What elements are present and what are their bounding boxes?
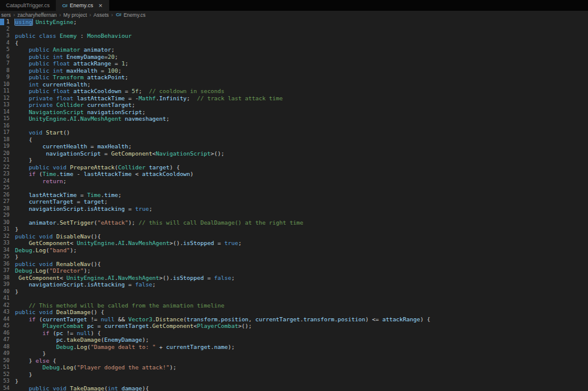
code-line[interactable]: 51 Debug.Log("Player dodged the attack!"…	[2, 364, 588, 371]
code-line[interactable]: 33 GetComponent< UnityEngine.AI.NavMeshA…	[2, 240, 588, 247]
line-number[interactable]: 39	[2, 281, 10, 288]
line-number[interactable]: 19	[2, 143, 10, 150]
line-number[interactable]: 11	[2, 88, 10, 95]
line-number[interactable]: 8	[2, 67, 10, 74]
code-line[interactable]: 44 if (currentTarget != null && Vector3.…	[2, 316, 588, 323]
line-number[interactable]: 18	[2, 136, 10, 144]
line-number[interactable]: 24	[2, 178, 10, 185]
line-number[interactable]: 23	[2, 171, 10, 178]
line-number[interactable]: 22	[2, 164, 10, 171]
line-number[interactable]: 30	[2, 219, 10, 226]
code-line[interactable]: 39 navigationScript.isAttacking = false;	[2, 281, 588, 288]
line-number[interactable]: 9	[2, 74, 10, 81]
code-line[interactable]: 1using UnityEngine;	[2, 19, 588, 26]
breadcrumb-item-assets[interactable]: Assets	[94, 12, 109, 18]
line-number[interactable]: 40	[2, 288, 10, 296]
line-number[interactable]: 27	[2, 198, 10, 205]
code-editor[interactable]: 1using UnityEngine;23public class Enemy …	[0, 19, 588, 391]
line-number[interactable]: 38	[2, 274, 10, 282]
line-number[interactable]: 46	[2, 330, 10, 337]
code-line[interactable]: 20 navigationScript = GetComponent<Navig…	[2, 150, 588, 157]
line-number[interactable]: 21	[2, 157, 10, 164]
line-number[interactable]: 52	[2, 371, 10, 378]
code-line[interactable]: 8 public int maxHealth = 100;	[2, 67, 588, 74]
line-number[interactable]: 17	[2, 129, 10, 136]
line-number[interactable]: 33	[2, 240, 10, 247]
code-line[interactable]: 34Debug.Log("band");	[2, 247, 588, 254]
line-number[interactable]: 44	[2, 316, 10, 323]
code-line[interactable]: 49 }	[2, 350, 588, 357]
code-line[interactable]: 24 return;	[2, 178, 588, 185]
code-line[interactable]: 16	[2, 123, 588, 130]
line-number[interactable]: 32	[2, 233, 10, 240]
code-line[interactable]: 32public void DisableNav(){	[2, 233, 588, 240]
code-line[interactable]: 29	[2, 212, 588, 219]
line-number[interactable]: 12	[2, 95, 10, 102]
code-line[interactable]: 15 UnityEngine.AI.NavMeshAgent navmeshag…	[2, 115, 588, 123]
close-tab-icon[interactable]: ×	[98, 2, 102, 9]
code-line[interactable]: 17 void Start()	[2, 129, 588, 136]
code-line[interactable]: 14 NavigationScript navigationScript;	[2, 109, 588, 116]
code-line[interactable]: 22 public void PrepareAttack(Collider ta…	[2, 164, 588, 171]
code-line[interactable]: 3public class Enemy : MonoBehaviour	[2, 32, 588, 40]
code-line[interactable]: 11 public float attackCooldown = 5f; // …	[2, 88, 588, 95]
line-number[interactable]: 10	[2, 81, 10, 88]
code-line[interactable]: 4{	[2, 40, 588, 47]
line-number[interactable]: 29	[2, 212, 10, 219]
breadcrumb-item-file[interactable]: Enemy.cs	[124, 12, 146, 18]
code-line[interactable]: 27 currentTarget = target;	[2, 198, 588, 205]
code-line[interactable]: 43public void DealDamage() {	[2, 309, 588, 316]
line-number[interactable]: 3	[2, 32, 10, 40]
code-line[interactable]: 50 } else {	[2, 357, 588, 365]
code-line[interactable]: 45 PlayerCombat pc = currentTarget.GetCo…	[2, 323, 588, 330]
breadcrumb-item-project[interactable]: My project	[64, 12, 87, 18]
code-line[interactable]: 6 public int EnemyDamage=20;	[2, 53, 588, 61]
code-line[interactable]: 19 currentHealth = maxHealth;	[2, 143, 588, 150]
code-line[interactable]: 12 private float lastAttackTime = -Mathf…	[2, 95, 588, 102]
line-number[interactable]: 47	[2, 336, 10, 344]
line-number[interactable]: 4	[2, 40, 10, 47]
code-line[interactable]: 42 // This method will be called from th…	[2, 302, 588, 309]
line-number[interactable]: 31	[2, 226, 10, 233]
line-number[interactable]: 34	[2, 247, 10, 254]
code-line[interactable]: 31}	[2, 226, 588, 233]
line-number[interactable]: 25	[2, 184, 10, 192]
breadcrumb-item-user[interactable]: zacharyheffernan	[17, 12, 57, 18]
code-line[interactable]: 23 if (Time.time - lastAttackTime < atta…	[2, 171, 588, 178]
breadcrumb-item-users[interactable]: sers	[1, 12, 11, 18]
line-number[interactable]: 28	[2, 205, 10, 213]
line-number[interactable]: 6	[2, 53, 10, 61]
code-line[interactable]: 30 animator.SetTrigger("eAttack"); // th…	[2, 219, 588, 226]
tab-enemy[interactable]: C# Enemy.cs ×	[56, 0, 109, 11]
line-number[interactable]: 49	[2, 350, 10, 357]
code-line[interactable]: 41	[2, 295, 588, 302]
line-number[interactable]: 37	[2, 267, 10, 274]
line-number[interactable]: 35	[2, 253, 10, 261]
code-line[interactable]: 40}	[2, 288, 588, 296]
code-line[interactable]: 5 public Animator animator;	[2, 46, 588, 53]
line-number[interactable]: 43	[2, 309, 10, 316]
line-number[interactable]: 53	[2, 378, 10, 385]
code-line[interactable]: 25	[2, 184, 588, 192]
line-number[interactable]: 2	[2, 26, 10, 33]
code-line[interactable]: 36public void RenableNav(){	[2, 261, 588, 268]
line-number[interactable]: 15	[2, 115, 10, 123]
line-number[interactable]: 42	[2, 302, 10, 309]
line-number[interactable]: 50	[2, 357, 10, 365]
line-number[interactable]: 26	[2, 192, 10, 199]
line-number[interactable]: 5	[2, 46, 10, 53]
code-line[interactable]: 7 public float attackRange = 1;	[2, 60, 588, 67]
code-line[interactable]: 28 navigationScript.isAttacking = true;	[2, 205, 588, 213]
code-line[interactable]: 47 pc.takeDamage(EnemyDamage);	[2, 336, 588, 344]
code-line[interactable]: 21 }	[2, 157, 588, 164]
line-number[interactable]: 45	[2, 323, 10, 330]
code-line[interactable]: 2	[2, 26, 588, 33]
code-line[interactable]: 9 public Transform attackPoint;	[2, 74, 588, 81]
line-number[interactable]: 54	[2, 385, 10, 391]
code-line[interactable]: 46 if (pc != null) {	[2, 330, 588, 337]
line-number[interactable]: 16	[2, 123, 10, 130]
line-number[interactable]: 20	[2, 150, 10, 157]
code-line[interactable]: 48 Debug.Log("Damage dealt to: " + curre…	[2, 344, 588, 351]
tab-catapulttrigger[interactable]: CatapultTrigger.cs	[0, 0, 56, 11]
line-number[interactable]: 14	[2, 109, 10, 116]
